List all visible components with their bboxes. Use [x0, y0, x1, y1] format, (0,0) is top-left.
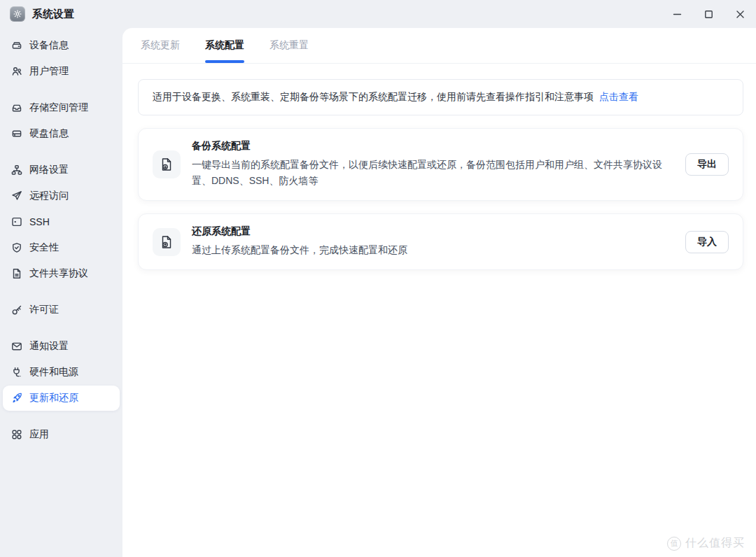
- settings-gear-icon: [10, 6, 25, 22]
- tab-bar: 系统更新 系统配置 系统重置: [122, 28, 756, 64]
- network-icon: [11, 164, 22, 176]
- minimize-button[interactable]: [666, 3, 687, 24]
- close-icon: [736, 10, 745, 19]
- update-restore-rocket-icon: [11, 393, 22, 404]
- device-icon: [11, 40, 22, 51]
- sidebar-item-disk-info[interactable]: 硬盘信息: [3, 121, 120, 146]
- sidebar-group-gap: [3, 323, 120, 334]
- window-title: 系统设置: [32, 8, 74, 21]
- sidebar-item-label: 更新和还原: [29, 392, 78, 404]
- sidebar-item-notification-settings[interactable]: 通知设置: [3, 334, 120, 359]
- sidebar-item-network-settings[interactable]: 网络设置: [3, 157, 120, 183]
- sidebar-item-update-restore[interactable]: 更新和还原: [3, 386, 120, 411]
- backup-card-title: 备份系统配置: [192, 140, 668, 153]
- sidebar-item-label: 设备信息: [29, 39, 69, 52]
- sidebar-item-label: 应用: [29, 428, 49, 441]
- file-import-icon: [153, 228, 181, 256]
- tab-system-config[interactable]: 系统配置: [205, 28, 244, 63]
- content-panel: 系统更新 系统配置 系统重置 适用于设备更换、系统重装、定期备份等场景下的系统配…: [122, 28, 756, 557]
- users-icon: [11, 66, 22, 77]
- disk-icon: [11, 128, 22, 139]
- backup-card-description: 一键导出当前的系统配置备份文件，以便后续快速配置或还原，备份范围包括用户和用户组…: [192, 157, 668, 189]
- restore-card-description: 通过上传系统配置备份文件，完成快速配置和还原: [192, 242, 668, 258]
- restore-config-card: 还原系统配置 通过上传系统配置备份文件，完成快速配置和还原 导入: [138, 213, 743, 270]
- watermark-text: 什么值得买: [685, 536, 745, 551]
- window-controls: [666, 0, 753, 28]
- sidebar-group-gap: [3, 287, 120, 297]
- close-button[interactable]: [729, 3, 750, 24]
- maximize-icon: [704, 10, 713, 19]
- sidebar-item-label: 网络设置: [29, 164, 69, 176]
- sidebar-group-gap: [3, 85, 120, 95]
- tab-system-update[interactable]: 系统更新: [141, 28, 180, 63]
- maximize-button[interactable]: [698, 3, 719, 24]
- sidebar-item-label: 硬件和电源: [29, 366, 78, 379]
- sidebar-item-storage-management[interactable]: 存储空间管理: [3, 95, 120, 120]
- banner-text: 适用于设备更换、系统重装、定期备份等场景下的系统配置迁移，使用前请先查看操作指引…: [153, 91, 594, 104]
- sidebar-group-gap: [3, 147, 120, 157]
- sidebar-item-security[interactable]: 安全性: [3, 235, 120, 260]
- hardware-power-icon: [11, 367, 22, 378]
- sidebar-item-ssh[interactable]: SSH: [3, 209, 120, 234]
- sidebar-item-label: 通知设置: [29, 340, 69, 353]
- banner-view-link[interactable]: 点击查看: [599, 91, 638, 104]
- sidebar-group-gap: [3, 411, 120, 422]
- notification-envelope-icon: [11, 341, 22, 352]
- file-protocol-icon: [11, 268, 22, 279]
- sidebar-item-label: 安全性: [29, 241, 59, 254]
- sidebar-item-apps[interactable]: 应用: [3, 422, 120, 447]
- export-button[interactable]: 导出: [685, 153, 729, 176]
- import-button[interactable]: 导入: [685, 231, 729, 253]
- remote-access-icon: [11, 190, 22, 202]
- security-shield-icon: [11, 242, 22, 253]
- sidebar-item-label: 文件共享协议: [29, 267, 88, 280]
- sidebar: 设备信息 用户管理 存储空间管理 硬盘信息 网络设置 远程访问 SSH 安全性 …: [3, 33, 120, 448]
- sidebar-item-license[interactable]: 许可证: [3, 297, 120, 323]
- sidebar-item-file-sharing-protocol[interactable]: 文件共享协议: [3, 261, 120, 286]
- sidebar-item-label: 存储空间管理: [29, 101, 88, 114]
- sidebar-item-device-info[interactable]: 设备信息: [3, 33, 120, 58]
- license-key-icon: [11, 304, 22, 316]
- ssh-icon: [11, 216, 22, 227]
- sidebar-item-label: SSH: [29, 216, 50, 227]
- sidebar-item-hardware-power[interactable]: 硬件和电源: [3, 360, 120, 385]
- sidebar-item-label: 远程访问: [29, 190, 69, 202]
- smzdm-logo-icon: 值: [667, 537, 681, 551]
- sidebar-item-label: 用户管理: [29, 65, 69, 78]
- sidebar-item-label: 许可证: [29, 304, 59, 316]
- minimize-icon: [673, 10, 682, 19]
- smzdm-watermark: 值 什么值得买: [667, 536, 745, 551]
- titlebar: 系统设置: [0, 0, 756, 28]
- file-export-icon: [153, 150, 181, 178]
- sidebar-item-remote-access[interactable]: 远程访问: [3, 183, 120, 209]
- apps-grid-icon: [11, 429, 22, 440]
- backup-config-card: 备份系统配置 一键导出当前的系统配置备份文件，以便后续快速配置或还原，备份范围包…: [138, 128, 743, 201]
- info-banner: 适用于设备更换、系统重装、定期备份等场景下的系统配置迁移，使用前请先查看操作指引…: [138, 79, 743, 115]
- sidebar-item-label: 硬盘信息: [29, 127, 69, 140]
- sidebar-item-user-management[interactable]: 用户管理: [3, 59, 120, 84]
- tab-system-reset[interactable]: 系统重置: [270, 28, 309, 63]
- restore-card-title: 还原系统配置: [192, 225, 668, 238]
- storage-icon: [11, 102, 22, 113]
